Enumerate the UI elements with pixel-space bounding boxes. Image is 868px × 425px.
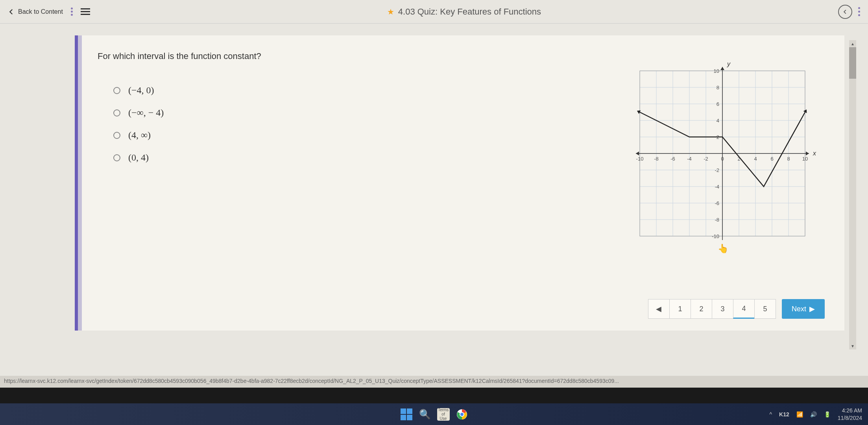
- svg-marker-27: [720, 67, 724, 70]
- svg-text:-2: -2: [704, 156, 708, 162]
- svg-text:x: x: [813, 150, 816, 157]
- scroll-up-arrow[interactable]: ▲: [849, 40, 856, 47]
- svg-marker-25: [806, 152, 809, 155]
- search-button[interactable]: 🔍: [419, 408, 431, 421]
- svg-point-55: [460, 412, 464, 416]
- volume-icon[interactable]: 🔊: [810, 411, 817, 418]
- svg-text:-6: -6: [670, 156, 675, 162]
- next-label: Next: [792, 305, 806, 313]
- option-text: (4, ∞): [128, 130, 151, 140]
- prev-circle-button[interactable]: [838, 5, 852, 19]
- page-2[interactable]: 2: [691, 299, 712, 319]
- page-4[interactable]: 4: [733, 299, 755, 319]
- quiz-title-text: 4.03 Quiz: Key Features of Functions: [398, 7, 541, 17]
- chrome-icon[interactable]: [456, 408, 468, 421]
- radio-icon: [113, 154, 120, 161]
- option-text: (0, 4): [128, 152, 149, 163]
- next-button[interactable]: Next ▶: [782, 299, 825, 319]
- back-to-content-link[interactable]: Back to Content: [8, 8, 63, 15]
- svg-text:-8: -8: [715, 217, 719, 223]
- svg-text:-4: -4: [687, 156, 692, 162]
- chevron-left-icon: [842, 9, 848, 15]
- option-d[interactable]: (0, 4): [113, 152, 589, 163]
- star-icon: ★: [387, 7, 394, 17]
- svg-text:6: 6: [717, 101, 719, 107]
- svg-text:-2: -2: [715, 167, 719, 173]
- answer-options: (−4, 0) (−∞, − 4) (4, ∞) (0, 4): [113, 85, 589, 163]
- radio-icon: [113, 87, 120, 94]
- wifi-icon[interactable]: 📶: [796, 411, 803, 418]
- page-title: ★ 4.03 Quiz: Key Features of Functions: [90, 7, 838, 17]
- play-icon: ▶: [809, 305, 815, 313]
- svg-text:8: 8: [717, 85, 719, 91]
- question-card: For which interval is the function const…: [75, 35, 844, 331]
- function-graph: -10-8-6-4-20246810-10-8-6-4-2246810xy: [620, 51, 825, 256]
- menu-button[interactable]: [81, 7, 90, 17]
- svg-text:0: 0: [721, 156, 724, 162]
- radio-icon: [113, 132, 120, 139]
- svg-text:-10: -10: [712, 233, 719, 239]
- top-bar: Back to Content ★ 4.03 Quiz: Key Feature…: [0, 0, 868, 24]
- svg-text:-10: -10: [636, 156, 644, 162]
- option-a[interactable]: (−4, 0): [113, 85, 589, 96]
- chevron-left-icon: [8, 8, 15, 15]
- svg-text:y: y: [727, 61, 731, 67]
- battery-icon[interactable]: 🔋: [824, 411, 831, 418]
- time-text: 4:26 AM: [838, 407, 862, 414]
- svg-text:-6: -6: [715, 200, 719, 206]
- cursor-icon: 👆: [718, 244, 728, 254]
- page-5[interactable]: 5: [754, 299, 776, 319]
- svg-text:-4: -4: [715, 184, 719, 190]
- svg-text:4: 4: [754, 156, 757, 162]
- option-c[interactable]: (4, ∞): [113, 130, 589, 140]
- svg-text:10: 10: [802, 156, 808, 162]
- windows-taskbar: 🔍 TermsofUse ^ K12 📶 🔊 🔋 4:26 AM 11/8/20…: [0, 403, 868, 425]
- back-label: Back to Content: [18, 8, 63, 15]
- option-text: (−∞, − 4): [128, 107, 164, 118]
- status-bar-url: https://learnx-svc.k12.com/learnx-svc/ge…: [0, 376, 868, 388]
- question-prompt: For which interval is the function const…: [98, 51, 589, 61]
- page-3[interactable]: 3: [712, 299, 733, 319]
- option-b[interactable]: (−∞, − 4): [113, 107, 589, 118]
- svg-text:-8: -8: [654, 156, 659, 162]
- option-text: (−4, 0): [128, 85, 154, 96]
- svg-text:10: 10: [714, 68, 719, 74]
- svg-text:4: 4: [717, 118, 719, 124]
- app-icon[interactable]: TermsofUse: [437, 408, 450, 421]
- vertical-scrollbar[interactable]: ▲ ▼: [849, 47, 856, 342]
- more-menu-button[interactable]: [858, 7, 860, 16]
- pagination: ◀ 1 2 3 4 5 Next ▶: [648, 299, 825, 319]
- svg-text:8: 8: [787, 156, 790, 162]
- svg-text:6: 6: [770, 156, 773, 162]
- vertical-dots-icon: [71, 7, 73, 16]
- pagination-prev[interactable]: ◀: [648, 299, 670, 319]
- clock[interactable]: 4:26 AM 11/8/2024: [838, 407, 862, 421]
- date-text: 11/8/2024: [838, 414, 862, 421]
- radio-icon: [113, 109, 120, 116]
- svg-marker-26: [636, 152, 639, 155]
- start-button[interactable]: [400, 408, 413, 421]
- tray-chevron-icon[interactable]: ^: [769, 411, 772, 418]
- brand-badge[interactable]: K12: [779, 411, 789, 418]
- scroll-down-arrow[interactable]: ▼: [849, 342, 856, 349]
- page-1[interactable]: 1: [669, 299, 691, 319]
- scroll-thumb[interactable]: [849, 47, 856, 79]
